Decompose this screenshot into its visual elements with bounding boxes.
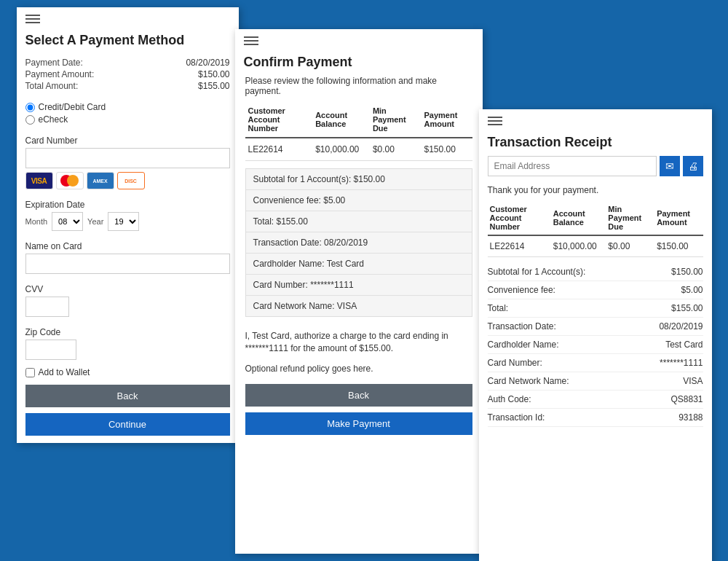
- cvv-section: CVV: [17, 281, 239, 320]
- auth-text: I, Test Card, authorize a charge to the …: [235, 324, 483, 361]
- print-button[interactable]: 🖨: [683, 156, 703, 176]
- r-cardholder-row: Cardholder Name: Test Card: [488, 336, 703, 354]
- r-network-row: Card Network Name: VISA: [488, 372, 703, 391]
- r-auth-value: QS8831: [670, 394, 703, 404]
- payment-date-row: Payment Date: 08/20/2019: [25, 58, 230, 68]
- card-number-section: Card Number VISA AMEX DISC: [17, 133, 239, 192]
- r-txid-row: Transaction Id: 93188: [488, 409, 703, 427]
- name-on-card-label: Name on Card: [25, 241, 230, 251]
- hamburger-menu-icon-p2[interactable]: [244, 36, 258, 45]
- r-date-row: Transaction Date: 08/20/2019: [488, 318, 703, 336]
- name-on-card-input[interactable]: [25, 254, 230, 274]
- r-account-cell: LE22614: [488, 235, 551, 257]
- col-account-header: Customer Account Number: [245, 102, 313, 138]
- confirm-payment-panel: Confirm Payment Please review the follow…: [235, 29, 483, 554]
- continue-button[interactable]: Continue: [25, 413, 230, 436]
- wallet-row: Add to Wallet: [17, 363, 239, 382]
- wallet-label: Add to Wallet: [39, 367, 90, 377]
- total-amount-label: Total Amount:: [25, 81, 79, 91]
- back-button[interactable]: Back: [25, 385, 230, 407]
- r-subtotal-row: Subtotal for 1 Account(s): $150.00: [488, 263, 703, 281]
- r-fee-label: Convenience fee:: [488, 285, 555, 295]
- r-subtotal-value: $150.00: [671, 267, 703, 277]
- credit-card-radio[interactable]: Credit/Debit Card: [25, 102, 230, 112]
- back-button-p2[interactable]: Back: [245, 384, 472, 407]
- wallet-checkbox[interactable]: [25, 368, 35, 377]
- card-number-row: Card Number: *******1111: [246, 275, 472, 296]
- receipt-table-row: LE22614 $10,000.00 $0.00 $150.00: [488, 235, 703, 257]
- card-network-row: Card Network Name: VISA: [246, 296, 472, 316]
- r-total-label: Total:: [488, 303, 509, 313]
- r-subtotal-label: Subtotal for 1 Account(s):: [488, 267, 586, 277]
- echeck-radio[interactable]: eCheck: [25, 114, 230, 125]
- cvv-label: CVV: [25, 284, 230, 294]
- refund-text: Optional refund policy goes here.: [235, 361, 483, 380]
- mastercard-icon: [56, 172, 84, 189]
- confirm-table: Customer Account Number Account Balance …: [245, 102, 472, 161]
- min-due-cell: $0.00: [370, 138, 422, 161]
- card-number-label: Card Number: [25, 136, 230, 146]
- panel3-title: Transaction Receipt: [479, 135, 712, 150]
- total-amount-row: Total Amount: $155.00: [25, 81, 230, 91]
- payment-summary: Subtotal for 1 Account(s): $150.00 Conve…: [245, 168, 472, 317]
- r-fee-value: $5.00: [681, 285, 703, 295]
- hamburger-menu-icon[interactable]: [25, 15, 40, 23]
- card-number-input[interactable]: [25, 148, 230, 168]
- r-col-minpay-header: Min Payment Due: [606, 201, 654, 235]
- convenience-fee-row: Convenience fee: $5.00: [246, 190, 472, 211]
- transaction-receipt-panel: Transaction Receipt ✉ 🖨 Thank you for yo…: [479, 109, 712, 561]
- hamburger-menu-icon-p3[interactable]: [488, 117, 502, 125]
- visa-icon: VISA: [25, 172, 53, 189]
- receipt-table: Customer Account Number Account Balance …: [488, 201, 703, 257]
- account-number-cell: LE22614: [245, 138, 313, 161]
- r-cardholder-value: Test Card: [665, 340, 703, 350]
- r-cardnum-value: *******1111: [660, 358, 703, 368]
- r-network-value: VISA: [683, 376, 703, 386]
- total-row: Total: $155.00: [246, 211, 472, 232]
- payment-amount-row: Payment Amount: $150.00: [25, 69, 230, 79]
- r-fee-row: Convenience fee: $5.00: [488, 281, 703, 299]
- email-send-button[interactable]: ✉: [660, 156, 680, 176]
- r-balance-cell: $10,000.00: [551, 235, 606, 257]
- r-col-payment-header: Payment Amount: [654, 201, 703, 235]
- month-label: Month: [25, 217, 48, 226]
- r-auth-row: Auth Code: QS8831: [488, 391, 703, 409]
- card-icons-row: VISA AMEX DISC: [25, 172, 230, 189]
- balance-cell: $10,000.00: [312, 138, 370, 161]
- r-col-account-header: Customer Account Number: [488, 201, 551, 235]
- cvv-input[interactable]: [25, 297, 69, 317]
- payment-amount-label: Payment Amount:: [25, 69, 95, 79]
- amex-icon: AMEX: [87, 172, 114, 189]
- r-date-label: Transaction Date:: [488, 321, 556, 332]
- r-col-balance-header: Account Balance: [551, 201, 606, 235]
- r-cardnum-label: Card Number:: [488, 358, 542, 368]
- r-total-row: Total: $155.00: [488, 299, 703, 318]
- panel1-title: Select A Payment Method: [17, 33, 239, 48]
- select-payment-panel: Select A Payment Method Payment Date: 08…: [17, 7, 239, 443]
- subtotal-row: Subtotal for 1 Account(s): $150.00: [246, 169, 472, 190]
- r-min-due-cell: $0.00: [606, 235, 654, 257]
- zip-input[interactable]: [25, 340, 76, 360]
- month-select[interactable]: 08: [52, 212, 83, 231]
- zip-label: Zip Code: [25, 327, 230, 337]
- col-payment-header: Payment Amount: [421, 102, 472, 138]
- payment-info: Payment Date: 08/20/2019 Payment Amount:…: [17, 54, 239, 96]
- discover-icon: DISC: [117, 172, 145, 189]
- exp-date-label: Expiration Date: [25, 200, 230, 210]
- r-date-value: 08/20/2019: [659, 321, 703, 332]
- year-label: Year: [87, 217, 103, 226]
- r-payment-cell: $150.00: [654, 235, 703, 257]
- panel2-title: Confirm Payment: [235, 55, 483, 70]
- r-auth-label: Auth Code:: [488, 394, 531, 404]
- make-payment-button[interactable]: Make Payment: [245, 412, 472, 435]
- col-balance-header: Account Balance: [312, 102, 370, 138]
- r-total-value: $155.00: [671, 303, 703, 313]
- exp-row: Month 08 Year 19: [25, 212, 230, 231]
- r-network-label: Card Network Name:: [488, 376, 569, 386]
- r-txid-label: Transaction Id:: [488, 412, 545, 423]
- email-input[interactable]: [488, 156, 657, 176]
- year-select[interactable]: 19: [108, 212, 139, 231]
- zip-section: Zip Code: [17, 324, 239, 363]
- payment-amount-value: $150.00: [198, 69, 229, 79]
- thanks-text: Thank you for your payment.: [479, 182, 712, 201]
